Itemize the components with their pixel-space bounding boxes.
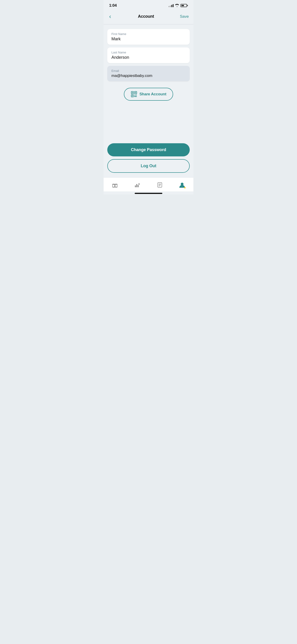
qr-code-icon (131, 91, 137, 98)
email-value: ma@happiestbaby.com (112, 74, 186, 78)
tab-notes[interactable] (153, 180, 167, 190)
form-content: First Name Mark Last Name Anderson Email… (104, 24, 194, 143)
page-title: Account (138, 14, 154, 19)
home-icon (112, 182, 118, 188)
share-account-wrapper: Share Account (107, 88, 190, 101)
tab-home[interactable] (108, 180, 122, 190)
bottom-buttons: Change Password Log Out (104, 143, 194, 177)
svg-rect-5 (132, 95, 133, 96)
tab-bar: ★ (104, 177, 194, 192)
first-name-field[interactable]: First Name Mark (107, 29, 190, 45)
last-name-field[interactable]: Last Name Anderson (107, 48, 190, 63)
status-icons (168, 4, 188, 8)
svg-rect-6 (134, 95, 135, 95)
content-spacer (107, 105, 190, 139)
first-name-label: First Name (112, 32, 186, 36)
notes-icon-wrap (156, 181, 164, 189)
home-icon-wrap (111, 181, 119, 189)
wifi-icon (175, 4, 179, 8)
battery-icon (180, 4, 188, 7)
signal-icon (168, 4, 174, 7)
tab-account[interactable]: ★ (175, 180, 189, 190)
svg-rect-3 (135, 92, 136, 93)
status-time: 1:04 (109, 3, 117, 8)
save-button[interactable]: Save (180, 14, 189, 19)
nav-header: ‹ Account Save (104, 10, 194, 24)
first-name-value: Mark (112, 36, 186, 42)
svg-rect-16 (138, 185, 138, 187)
status-bar: 1:04 (104, 0, 194, 10)
back-button[interactable]: ‹ (108, 12, 112, 21)
svg-rect-9 (136, 96, 137, 97)
svg-rect-15 (136, 184, 137, 187)
add-chart-icon (134, 182, 140, 188)
email-label: Email (112, 69, 186, 72)
account-star-badge: ★ (184, 186, 187, 189)
svg-rect-8 (134, 96, 136, 97)
svg-rect-7 (136, 95, 137, 95)
share-account-label: Share Account (140, 92, 166, 96)
logout-button[interactable]: Log Out (107, 159, 190, 173)
last-name-label: Last Name (112, 51, 186, 54)
svg-rect-12 (112, 187, 117, 187)
add-chart-icon-wrap (133, 181, 141, 189)
change-password-button[interactable]: Change Password (107, 143, 190, 156)
home-indicator (135, 193, 162, 194)
notes-icon (156, 182, 163, 188)
email-field: Email ma@happiestbaby.com (107, 66, 190, 81)
account-icon-wrap: ★ (178, 181, 186, 189)
svg-rect-1 (132, 92, 133, 93)
share-account-button[interactable]: Share Account (124, 88, 173, 101)
tab-add-chart[interactable] (130, 180, 144, 190)
svg-rect-14 (135, 186, 136, 187)
phone-container: 1:04 ‹ (104, 0, 194, 194)
last-name-value: Anderson (112, 55, 186, 60)
